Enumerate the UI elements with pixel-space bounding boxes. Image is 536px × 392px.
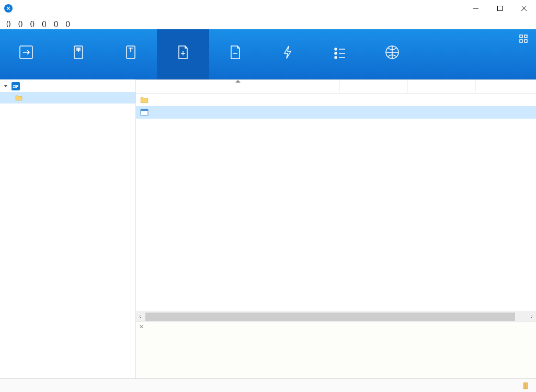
folder-icon [15, 94, 23, 102]
workspace: ZIP [0, 79, 536, 378]
statusbar [0, 378, 536, 392]
svg-rect-11 [524, 40, 527, 42]
toolbar-options-icon[interactable] [511, 29, 536, 79]
minimize-button[interactable] [464, 0, 488, 17]
horizontal-scrollbar[interactable] [136, 312, 536, 321]
menu-find[interactable]: () [30, 19, 35, 27]
menu-view[interactable]: () [54, 19, 59, 27]
tree-root[interactable]: ZIP [0, 80, 135, 92]
svg-rect-0 [498, 6, 503, 11]
app-icon [4, 4, 13, 13]
svg-point-5 [335, 52, 337, 54]
col-type[interactable] [476, 80, 536, 93]
status-sep-icon [520, 382, 531, 389]
toolbar-new[interactable] [105, 29, 157, 79]
menubar: () () () () () () [0, 17, 536, 29]
folder-icon [140, 96, 149, 104]
toolbar-open[interactable] [0, 29, 52, 79]
svg-rect-13 [141, 109, 148, 111]
toolbar-delete[interactable] [209, 29, 261, 79]
svg-point-4 [335, 48, 337, 50]
toolbar-add[interactable] [157, 29, 209, 79]
list-header [136, 80, 536, 94]
svg-rect-9 [524, 35, 527, 38]
scroll-left-icon[interactable] [136, 312, 145, 321]
list-body[interactable] [136, 94, 536, 312]
menu-edit[interactable]: () [18, 19, 23, 27]
scroll-right-icon[interactable] [527, 312, 536, 321]
maximize-button[interactable] [488, 0, 512, 17]
list-row-file[interactable] [136, 106, 536, 119]
caret-down-icon[interactable] [3, 84, 9, 89]
menu-file[interactable]: () [6, 19, 11, 27]
toolbar-codepage[interactable] [366, 29, 418, 79]
col-name[interactable] [136, 80, 340, 93]
exe-icon [140, 108, 149, 117]
toolbar [0, 29, 536, 79]
titlebar [0, 0, 536, 17]
toolbar-test[interactable] [261, 29, 314, 79]
list-panel: ✕ [136, 79, 536, 378]
toolbar-view[interactable] [314, 29, 366, 79]
list-row-parent[interactable] [136, 94, 536, 106]
info-panel: ✕ [136, 321, 536, 378]
svg-rect-8 [520, 35, 522, 38]
tree-child[interactable] [0, 92, 135, 103]
zip-icon: ZIP [12, 82, 20, 90]
info-close-icon[interactable]: ✕ [139, 324, 144, 330]
col-compressed[interactable] [340, 80, 408, 93]
window-controls [464, 0, 536, 17]
menu-help[interactable]: () [65, 19, 70, 27]
toolbar-extract[interactable] [52, 29, 105, 79]
svg-point-6 [335, 56, 337, 59]
menu-options[interactable]: () [42, 19, 47, 27]
col-original[interactable] [408, 80, 476, 93]
svg-rect-10 [520, 40, 522, 42]
tree-panel[interactable]: ZIP [0, 79, 136, 378]
sort-asc-icon [235, 80, 241, 83]
close-button[interactable] [512, 0, 536, 17]
